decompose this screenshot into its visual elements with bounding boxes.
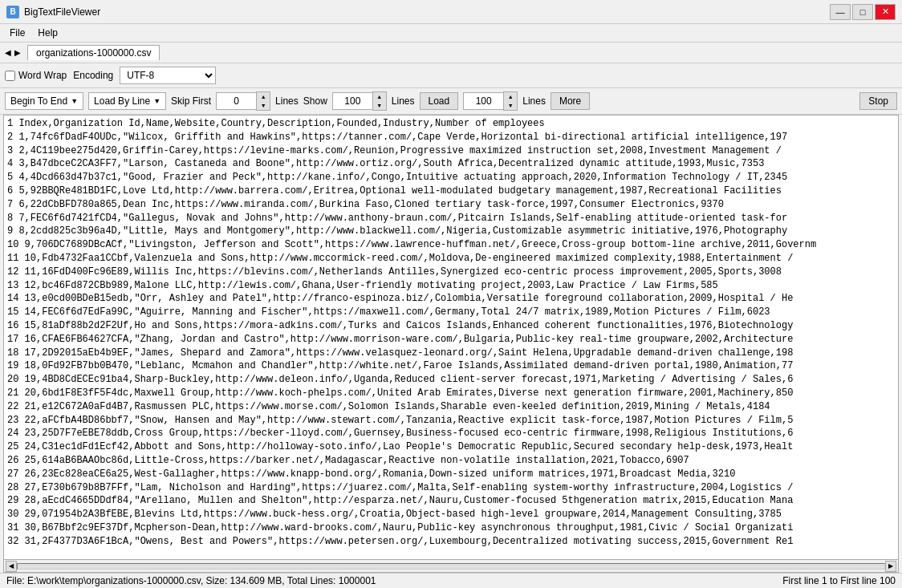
load-toolbar: Begin To End ▼ Load By Line ▼ Skip First… bbox=[0, 88, 902, 115]
stop-button[interactable]: Stop bbox=[859, 92, 897, 110]
show-spinner: 100 ▲ ▼ bbox=[332, 91, 387, 111]
show-down[interactable]: ▼ bbox=[373, 101, 386, 110]
text-line: 6 5,92BBQRe481BD1FC,Love Ltd,http://www.… bbox=[4, 185, 898, 198]
status-bar: File: E:\work\temp\organizations-1000000… bbox=[0, 573, 902, 588]
app-title: BigTextFileViewer bbox=[24, 6, 100, 18]
text-line: 1 Index,Organization Id,Name,Website,Cou… bbox=[4, 117, 898, 131]
dropdown-arrow-icon: ▼ bbox=[71, 97, 78, 105]
text-line: 2 1,74fc6fDadF4OUDc,"Wilcox, Griffith an… bbox=[4, 131, 898, 144]
text-line: 7 6,22dCbBFD780a865,Dean Inc,https://www… bbox=[4, 198, 898, 212]
horizontal-scrollbar[interactable]: ◀ ▶ bbox=[4, 559, 898, 572]
begin-to-end-dropdown[interactable]: Begin To End ▼ bbox=[5, 92, 83, 110]
lines-label3: Lines bbox=[522, 95, 546, 107]
window-controls: — □ ✕ bbox=[830, 4, 896, 20]
text-line: 32 31,2F4377D3A6F1BcA,"Owens, Best and P… bbox=[4, 535, 898, 549]
app-icon: B bbox=[6, 6, 19, 18]
nav-back-icon[interactable]: ◀ bbox=[5, 48, 11, 57]
title-bar: B BigTextFileViewer — □ ✕ bbox=[0, 0, 902, 24]
menu-file[interactable]: File bbox=[3, 26, 31, 40]
word-wrap-label: Word Wrap bbox=[18, 70, 67, 81]
status-left: File: E:\work\temp\organizations-1000000… bbox=[6, 575, 376, 586]
text-line: 17 16,CFAE6FB64627CFA,"Zhang, Jordan and… bbox=[4, 333, 898, 347]
scroll-left-btn[interactable]: ◀ bbox=[6, 561, 17, 572]
file-tab-bar: ◀ ▶ organizations-1000000.csv bbox=[0, 43, 902, 63]
content-area: 1 Index,Organization Id,Name,Website,Cou… bbox=[3, 115, 899, 573]
dropdown-arrow2-icon: ▼ bbox=[153, 97, 160, 105]
minimize-button[interactable]: — bbox=[830, 4, 851, 20]
menu-help[interactable]: Help bbox=[31, 26, 64, 40]
text-line: 22 21,e12C672A0aFd4B7,Rasmussen PLC,http… bbox=[4, 400, 898, 414]
text-line: 18 17,2D92015aEb4b9EF,"James, Shepard an… bbox=[4, 347, 898, 360]
text-line: 3 2,4C119bee275d420,Griffin-Carey,https:… bbox=[4, 144, 898, 158]
show-label: Show bbox=[303, 95, 327, 107]
text-line: 4 3,B47dbceC2CA3FF7,"Larson, Castaneda a… bbox=[4, 157, 898, 171]
text-line: 10 9,706DC7689DBcACf,"Livingston, Jeffer… bbox=[4, 238, 898, 252]
text-line: 25 24,C31ec1dFd1Ecf42,Abbott and Sons,ht… bbox=[4, 440, 898, 454]
skip-first-input[interactable]: 0 bbox=[216, 92, 256, 110]
text-line: 11 10,Fdb4732Faa1CCbf,Valenzuela and Son… bbox=[4, 252, 898, 266]
text-line: 27 26,23Ec828eaCE6a25,West-Gallagher,htt… bbox=[4, 468, 898, 481]
right-down[interactable]: ▼ bbox=[504, 101, 517, 110]
word-wrap-checkbox[interactable] bbox=[5, 71, 15, 81]
more-button[interactable]: More bbox=[551, 92, 590, 110]
text-line: 8 7,FEC6f6d7421fCD4,"Gallegus, Novak and… bbox=[4, 212, 898, 225]
text-line: 13 12,bc46Fd872CBb989,Malone LLC,http://… bbox=[4, 279, 898, 293]
text-line: 31 30,B67Bbf2c9EF37Df,Mcpherson-Dean,htt… bbox=[4, 521, 898, 535]
text-line: 9 8,2cdd825c3b96a4D,"Little, Mays and Mo… bbox=[4, 225, 898, 238]
text-line: 20 19,4BD8CdECEc91ba4,Sharp-Buckley,http… bbox=[4, 373, 898, 387]
begin-to-end-label: Begin To End bbox=[10, 95, 67, 107]
text-line: 5 4,4Dcd663d47b37c1,"Good, Frazier and P… bbox=[4, 171, 898, 185]
main-window: B BigTextFileViewer — □ ✕ File Help ◀ ▶ … bbox=[0, 0, 902, 588]
word-wrap-wrap: Word Wrap bbox=[5, 70, 67, 81]
encoding-select[interactable]: UTF-8 bbox=[120, 67, 216, 84]
right-up[interactable]: ▲ bbox=[504, 92, 517, 101]
right-spinner: 100 ▲ ▼ bbox=[463, 91, 518, 111]
text-line: 23 22,aFCfbA4BD86bbf7,"Snow, Hansen and … bbox=[4, 414, 898, 428]
text-line: 24 23,25D7F7eEBE78ddb,Cross Group,https:… bbox=[4, 427, 898, 440]
skip-first-up[interactable]: ▲ bbox=[257, 92, 270, 101]
encoding-label: Encoding bbox=[73, 70, 113, 81]
skip-first-label: Skip First bbox=[171, 95, 211, 107]
text-line: 15 14,FEC6f6d7EdFa99C,"Aguirre, Manning … bbox=[4, 306, 898, 319]
encoding-toolbar: Word Wrap Encoding UTF-8 bbox=[0, 63, 902, 88]
load-button[interactable]: Load bbox=[420, 92, 459, 110]
load-by-line-label: Load By Line bbox=[94, 95, 150, 107]
scroll-right-btn[interactable]: ▶ bbox=[885, 561, 896, 572]
scroll-track-h[interactable] bbox=[17, 563, 885, 570]
text-line: 14 13,e0cd00BDeB15edb,"Orr, Ashley and P… bbox=[4, 292, 898, 306]
file-tab[interactable]: organizations-1000000.csv bbox=[27, 45, 160, 60]
text-line: 26 25,614aB6BAAObc86d,Little-Cross,https… bbox=[4, 454, 898, 468]
lines-label2: Lines bbox=[392, 95, 415, 107]
skip-first-down[interactable]: ▼ bbox=[257, 101, 270, 110]
text-line: 12 11,16FdD400Fc96E89,Willis Inc,https:/… bbox=[4, 266, 898, 279]
text-line: 19 18,0Fd92FB7bb0B470,"Leblanc, Mcmahon … bbox=[4, 359, 898, 373]
skip-first-spinner: 0 ▲ ▼ bbox=[216, 91, 270, 111]
text-line: 30 29,071954b2A3BfEBE,Blevins Ltd,https:… bbox=[4, 508, 898, 521]
lines-label1: Lines bbox=[275, 95, 299, 107]
maximize-button[interactable]: □ bbox=[852, 4, 873, 20]
text-line: 16 15,81aDf88b2d2F2Uf,Ho and Sons,https:… bbox=[4, 319, 898, 333]
show-input[interactable]: 100 bbox=[332, 92, 372, 110]
close-button[interactable]: ✕ bbox=[875, 4, 896, 20]
load-by-line-dropdown[interactable]: Load By Line ▼ bbox=[88, 92, 166, 110]
text-line: 29 28,aEcdC4665DDdf84,"Arellano, Mullen … bbox=[4, 494, 898, 508]
menu-bar: File Help bbox=[0, 24, 902, 43]
text-display[interactable]: 1 Index,Organization Id,Name,Website,Cou… bbox=[4, 116, 898, 559]
text-line: 28 27,E730b679b8B7FFf,"Lam, Nicholson an… bbox=[4, 481, 898, 495]
show-up[interactable]: ▲ bbox=[373, 92, 386, 101]
nav-forward-icon[interactable]: ▶ bbox=[14, 48, 21, 57]
status-right: First line 1 to First line 100 bbox=[782, 575, 896, 586]
right-value-input[interactable]: 100 bbox=[463, 92, 503, 110]
text-line: 21 20,6bd1F8E3fF5F4dc,Maxwell Group,http… bbox=[4, 387, 898, 400]
